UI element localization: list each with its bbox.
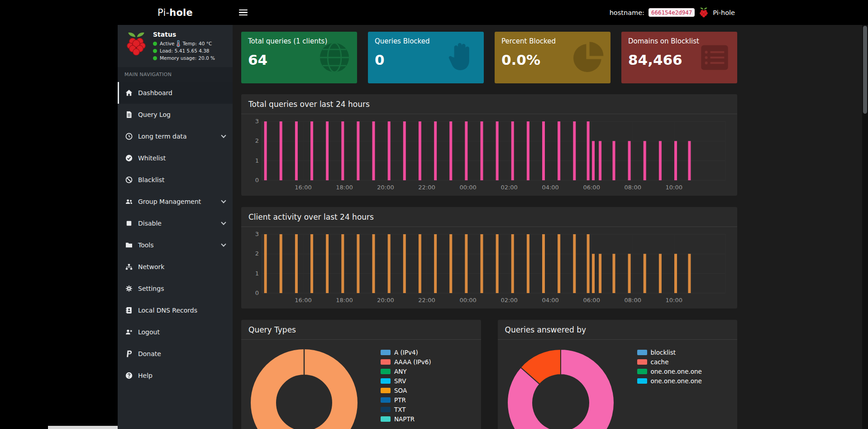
sidebar-logo-link[interactable]: Pi-hole xyxy=(118,0,233,25)
sidebar-item-label: Settings xyxy=(138,285,164,292)
card-value: 0.0% xyxy=(501,52,604,68)
svg-text:08:00: 08:00 xyxy=(624,297,641,304)
load-value: 5.41 5.65 4.38 xyxy=(175,47,210,54)
legend-label: SOA xyxy=(394,387,407,394)
card-title: Domains on Blocklist xyxy=(628,37,730,45)
legend-item-blocklist[interactable]: blocklist xyxy=(637,349,702,356)
answered-by-legend: blocklistcacheone.one.one.oneone.one.one… xyxy=(637,347,702,429)
svg-text:0: 0 xyxy=(255,289,259,296)
legend-swatch xyxy=(381,397,391,403)
sidebar-item-donate[interactable]: Donate xyxy=(118,343,233,365)
status-ok-icon xyxy=(153,56,157,60)
panel-total-queries: Total queries over last 24 hours 012316:… xyxy=(241,94,737,196)
legend-item-aaaa-ipv6[interactable]: AAAA (IPv6) xyxy=(381,358,431,366)
address-book-icon xyxy=(125,307,133,314)
svg-text:04:00: 04:00 xyxy=(542,184,558,191)
panel-answered-by: Queries answered by blocklistcacheone.on… xyxy=(498,320,738,429)
sidebar-item-label: Help xyxy=(138,372,153,379)
legend-label: AAAA (IPv6) xyxy=(394,358,431,366)
folder-icon xyxy=(125,241,133,249)
ban-icon xyxy=(125,176,133,183)
logo-text: Pi-hole xyxy=(157,7,193,18)
top-navbar: Pi-hole hostname: 666154e2d947 Pi-hole xyxy=(118,0,868,25)
sidebar-item-long-term-data[interactable]: Long term data xyxy=(118,125,233,147)
legend-label: ANY xyxy=(394,368,407,375)
status-info: Status Active Temp: 40 °C Load: 5.41 5.6… xyxy=(153,31,215,62)
legend-item-one-one-one-one[interactable]: one.one.one.one xyxy=(637,377,702,385)
sidebar-item-help[interactable]: Help xyxy=(118,365,233,386)
svg-text:16:00: 16:00 xyxy=(295,297,311,304)
card-title: Queries Blocked xyxy=(375,37,477,45)
bottom-row: Query Types A (IPv4)AAAA (IPv6)ANYSRVSOA… xyxy=(241,320,737,429)
svg-text:18:00: 18:00 xyxy=(336,184,353,191)
dashboard-container: Total queries (1 clients)64Queries Block… xyxy=(241,32,737,429)
sidebar-item-label: Blacklist xyxy=(138,176,164,183)
gears-icon xyxy=(125,285,133,292)
navbar-right: hostname: 666154e2d947 Pi-hole xyxy=(610,0,735,25)
svg-text:1: 1 xyxy=(255,157,259,164)
svg-text:22:00: 22:00 xyxy=(418,297,435,304)
svg-text:2: 2 xyxy=(255,137,259,144)
sidebar-item-tools[interactable]: Tools xyxy=(118,234,233,256)
sidebar-item-dashboard[interactable]: Dashboard xyxy=(118,82,233,104)
navbar-brand-link[interactable]: Pi-hole xyxy=(713,9,735,16)
sidebar-item-blacklist[interactable]: Blacklist xyxy=(118,169,233,191)
svg-text:00:00: 00:00 xyxy=(459,184,476,191)
legend-item-naptr[interactable]: NAPTR xyxy=(381,415,431,423)
hamburger-menu-icon[interactable] xyxy=(239,8,248,17)
sidebar-item-settings[interactable]: Settings xyxy=(118,278,233,299)
file-icon xyxy=(125,111,133,118)
sidebar-item-group-management[interactable]: Group Management xyxy=(118,191,233,212)
client-activity-chart[interactable]: 012316:0018:0020:0022:0000:0002:0004:000… xyxy=(247,230,729,306)
card-value: 0 xyxy=(375,52,477,68)
sidebar-item-network[interactable]: Network xyxy=(118,256,233,278)
total-queries-title: Total queries over last 24 hours xyxy=(241,94,737,114)
svg-text:16:00: 16:00 xyxy=(295,184,311,191)
sidebar-item-local-dns-records[interactable]: Local DNS Records xyxy=(118,299,233,321)
legend-item-cache[interactable]: cache xyxy=(637,358,702,366)
legend-item-ptr[interactable]: PTR xyxy=(381,396,431,404)
legend-swatch xyxy=(637,350,647,355)
legend-swatch xyxy=(381,369,391,374)
client-activity-title: Client activity over last 24 hours xyxy=(241,207,737,227)
sidebar-item-label: Long term data xyxy=(138,133,187,140)
sidebar-item-label: Network xyxy=(138,263,164,270)
clock-icon xyxy=(125,133,133,140)
svg-text:08:00: 08:00 xyxy=(624,184,641,191)
sidebar-item-whitelist[interactable]: Whitelist xyxy=(118,147,233,169)
sidebar: Status Active Temp: 40 °C Load: 5.41 5.6… xyxy=(118,25,233,429)
pihole-app: Pi-hole hostname: 666154e2d947 Pi-hole S… xyxy=(118,0,868,429)
scrollbar-thumb[interactable] xyxy=(863,26,867,114)
status-active-label: Active xyxy=(160,40,174,47)
panel-query-types: Query Types A (IPv4)AAAA (IPv6)ANYSRVSOA… xyxy=(241,320,481,429)
total-queries-chart[interactable]: 012316:0018:0020:0022:0000:0002:0004:000… xyxy=(247,117,729,193)
card-title: Total queries (1 clients) xyxy=(248,37,350,45)
sidebar-menu: DashboardQuery LogLong term dataWhitelis… xyxy=(118,82,233,386)
svg-text:22:00: 22:00 xyxy=(418,184,435,191)
sidebar-item-disable[interactable]: Disable xyxy=(118,212,233,234)
query-types-title: Query Types xyxy=(241,320,481,340)
svg-text:10:00: 10:00 xyxy=(665,184,682,191)
main-content: Total queries (1 clients)64Queries Block… xyxy=(233,25,868,429)
chevron-down-icon xyxy=(221,220,226,225)
thermometer-icon xyxy=(176,40,181,47)
legend-swatch xyxy=(637,359,647,365)
legend-item-one-one-one-one[interactable]: one.one.one.one xyxy=(637,368,702,375)
question-icon xyxy=(125,372,133,379)
scrollbar[interactable] xyxy=(862,25,868,429)
sidebar-item-query-log[interactable]: Query Log xyxy=(118,104,233,125)
svg-text:3: 3 xyxy=(255,231,259,237)
query-types-donut[interactable] xyxy=(248,347,360,429)
sidebar-item-logout[interactable]: Logout xyxy=(118,321,233,343)
legend-item-srv[interactable]: SRV xyxy=(381,377,431,385)
legend-swatch xyxy=(381,378,391,384)
answered-by-donut[interactable] xyxy=(505,347,616,429)
card-value: 64 xyxy=(248,52,350,68)
legend-item-a-ipv4[interactable]: A (IPv4) xyxy=(381,349,431,356)
hostname-label: hostname: xyxy=(610,9,644,16)
legend-label: blocklist xyxy=(651,349,676,356)
legend-item-soa[interactable]: SOA xyxy=(381,387,431,394)
sidebar-item-label: Dashboard xyxy=(138,89,172,96)
legend-item-any[interactable]: ANY xyxy=(381,368,431,375)
legend-item-txt[interactable]: TXT xyxy=(381,406,431,413)
